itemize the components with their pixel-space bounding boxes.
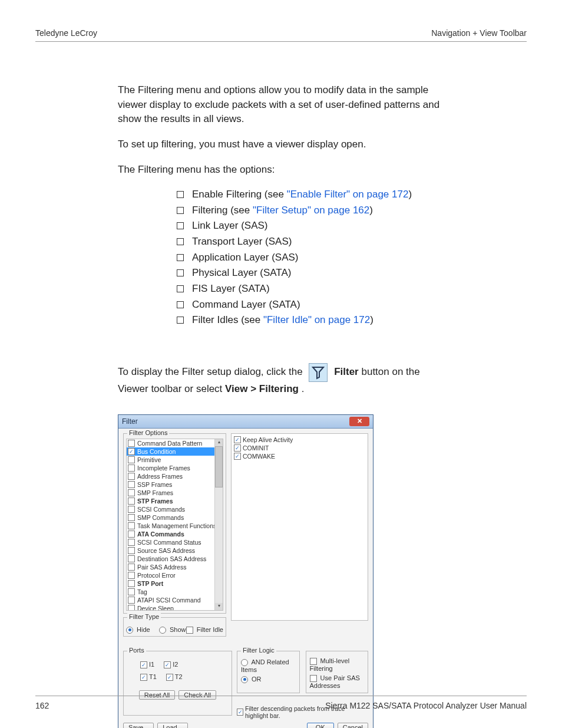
and-label: AND Related Items: [241, 658, 289, 673]
checkbox[interactable]: [128, 564, 135, 571]
checkbox[interactable]: [128, 473, 135, 480]
checkbox[interactable]: ✓: [164, 661, 171, 668]
list-row-label: Destination SAS Address: [137, 555, 206, 562]
checkbox[interactable]: [128, 522, 135, 529]
checkbox[interactable]: ✓: [234, 444, 241, 452]
list-row[interactable]: ✓Bus Condition: [127, 447, 223, 456]
list-row[interactable]: Address Frames: [127, 472, 223, 480]
or-radio[interactable]: [241, 676, 248, 683]
close-button[interactable]: ✕: [349, 417, 369, 426]
checkbox[interactable]: [128, 572, 135, 579]
list-item: Link Layer (SAS): [177, 219, 444, 233]
list-row[interactable]: Command Data Pattern: [127, 439, 223, 447]
scroll-up-icon[interactable]: ▴: [215, 439, 223, 446]
port-item[interactable]: ✓I2: [164, 661, 178, 668]
cancel-button[interactable]: Cancel: [338, 723, 368, 728]
checkbox[interactable]: [128, 555, 135, 562]
list-row-label: Address Frames: [137, 473, 183, 480]
cross-ref-link[interactable]: "Enable Filter" on page 172: [287, 189, 409, 200]
list-item: Enable Filtering (see "Enable Filter" on…: [177, 187, 444, 202]
filter-icon: [309, 363, 328, 382]
list-row[interactable]: Pair SAS Address: [127, 563, 223, 571]
list-row[interactable]: SCSI Command Status: [127, 538, 223, 546]
list-row[interactable]: STP Frames: [127, 497, 223, 505]
checkbox[interactable]: [128, 465, 135, 472]
checkbox[interactable]: [128, 580, 135, 587]
port-item[interactable]: ✓I1: [140, 661, 154, 668]
scroll-down-icon[interactable]: ▾: [215, 603, 223, 610]
checkbox[interactable]: ✓: [140, 661, 147, 668]
list-row-label: STP Port: [137, 580, 163, 587]
checkbox[interactable]: [128, 539, 135, 546]
show-radio[interactable]: [159, 627, 166, 634]
checkbox[interactable]: ✓: [234, 436, 241, 443]
page-number: 162: [35, 701, 49, 710]
checkbox[interactable]: ✓: [128, 448, 135, 455]
checkbox[interactable]: ✓: [166, 674, 173, 681]
list-row[interactable]: ATA Commands: [127, 530, 223, 538]
checkbox[interactable]: [128, 506, 135, 513]
checkbox[interactable]: ✓: [234, 453, 241, 460]
checkbox[interactable]: [128, 547, 135, 554]
checkbox[interactable]: [128, 489, 135, 496]
list-row[interactable]: Destination SAS Address: [127, 555, 223, 563]
list-item: Command Layer (SATA): [177, 298, 444, 312]
hide-radio[interactable]: [126, 627, 133, 634]
checkbox[interactable]: [128, 514, 135, 521]
list-row[interactable]: ATAPI SCSI Command: [127, 596, 223, 604]
multilevel-checkbox[interactable]: [310, 658, 317, 665]
list-item-text: Command Layer (SATA): [192, 298, 300, 312]
list-row[interactable]: SMP Commands: [127, 513, 223, 522]
list-item-text: Filter Idles (see "Filter Idle" on page …: [192, 313, 373, 328]
filter-options-listbox[interactable]: Command Data Pattern✓Bus ConditionPrimit…: [126, 439, 223, 611]
right-option[interactable]: ✓COMWAKE: [234, 452, 365, 460]
bullet-icon: [177, 191, 184, 198]
ok-button[interactable]: OK: [307, 723, 334, 728]
checkbox[interactable]: [128, 498, 135, 505]
list-row[interactable]: Source SAS Address: [127, 546, 223, 555]
list-row[interactable]: Incomplete Frames: [127, 464, 223, 472]
filter-dialog: Filter ✕ Filter Options Command Data Pat…: [118, 414, 373, 728]
list-row-label: Source SAS Address: [137, 547, 195, 554]
dialog-titlebar: Filter ✕: [118, 415, 373, 429]
checkbox[interactable]: [128, 481, 135, 488]
port-item[interactable]: ✓T1: [140, 673, 157, 681]
save-button[interactable]: Save...: [123, 723, 154, 728]
list-item: Filter Idles (see "Filter Idle" on page …: [177, 313, 444, 328]
list-row[interactable]: SSP Frames: [127, 480, 223, 489]
right-option[interactable]: ✓COMINIT: [234, 444, 365, 452]
bullet-icon: [177, 317, 184, 324]
list-row[interactable]: Device Sleep: [127, 604, 223, 611]
port-item[interactable]: ✓T2: [166, 673, 183, 681]
list-row[interactable]: Primitive: [127, 456, 223, 464]
checkbox[interactable]: [128, 605, 135, 611]
paragraph-2: To set up filtering, you must have a vie…: [118, 137, 444, 152]
filter-idle-checkbox[interactable]: [186, 627, 193, 634]
usepair-checkbox[interactable]: [310, 675, 317, 682]
checkbox[interactable]: [128, 456, 135, 463]
multilevel-group: Multi-level Filtering Use Pair SAS Addre…: [306, 651, 369, 693]
checkbox[interactable]: [128, 597, 135, 604]
checkbox[interactable]: [128, 531, 135, 538]
list-item-text: FIS Layer (SATA): [192, 282, 270, 297]
list-row[interactable]: Task Management Functions: [127, 522, 223, 530]
list-row[interactable]: SMP Frames: [127, 489, 223, 497]
list-row[interactable]: SCSI Commands: [127, 505, 223, 513]
list-row[interactable]: Protocol Error: [127, 571, 223, 579]
scrollbar[interactable]: ▴ ▾: [214, 439, 223, 610]
cross-ref-link[interactable]: "Filter Idle" on page 172: [263, 314, 370, 325]
bullet-icon: [177, 301, 184, 308]
para4-d: View > Filtering: [225, 383, 299, 394]
scrollbar-thumb[interactable]: [215, 446, 223, 487]
checkbox[interactable]: [128, 440, 135, 447]
list-row[interactable]: STP Port: [127, 579, 223, 588]
checkbox[interactable]: [128, 588, 135, 595]
list-row[interactable]: Tag: [127, 588, 223, 596]
cross-ref-link[interactable]: "Filter Setup" on page 162: [253, 205, 369, 216]
checkbox[interactable]: ✓: [140, 674, 147, 681]
list-row-label: ATAPI SCSI Command: [137, 597, 201, 604]
usepair-label: Use Pair SAS Addresses: [310, 674, 360, 689]
and-radio[interactable]: [241, 659, 248, 666]
right-option[interactable]: ✓Keep Alive Activity: [234, 436, 365, 444]
load-button[interactable]: Load...: [157, 723, 188, 728]
